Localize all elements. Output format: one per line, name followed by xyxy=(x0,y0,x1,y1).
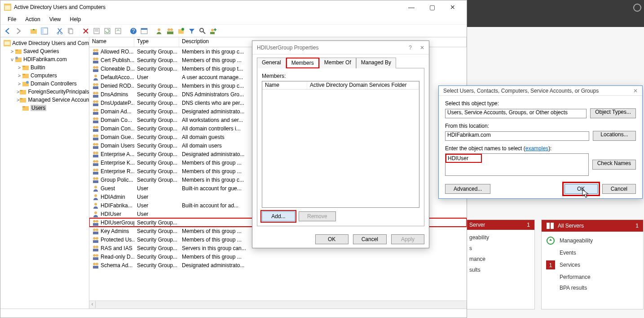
add-button[interactable]: Add... xyxy=(262,211,295,221)
tree-twisty-icon[interactable]: > xyxy=(9,49,15,54)
tree-label: Builtin xyxy=(31,64,45,71)
back-icon[interactable] xyxy=(3,27,12,36)
menu-help[interactable]: Help xyxy=(66,15,86,23)
svg-point-80 xyxy=(93,143,96,146)
tile-count: 1 xyxy=(527,222,530,228)
ok-button[interactable]: OK xyxy=(315,234,348,244)
list-row[interactable]: Read-only D...Security Group...Members o… xyxy=(89,252,467,261)
tree-item[interactable]: Active Directory Users and Com xyxy=(0,39,89,47)
tree-item[interactable]: >Domain Controllers xyxy=(0,80,89,88)
remove-button[interactable]: Remove xyxy=(299,211,336,221)
cancel-button[interactable]: Cancel xyxy=(602,184,636,194)
filter-icon[interactable] xyxy=(187,27,196,36)
refresh-icon[interactable] xyxy=(103,27,112,36)
help-button[interactable]: ? xyxy=(409,45,412,51)
svg-point-86 xyxy=(93,160,96,163)
tree-pane[interactable]: Active Directory Users and Com>Saved Que… xyxy=(0,37,89,309)
new-ou-icon[interactable] xyxy=(176,27,185,36)
export-icon[interactable] xyxy=(114,27,123,36)
check-names-button[interactable]: Check Names xyxy=(592,160,636,170)
tile-item[interactable]: geability xyxy=(469,234,530,241)
svg-rect-116 xyxy=(93,266,98,269)
locations-button[interactable]: Locations... xyxy=(593,131,636,141)
svg-point-84 xyxy=(96,152,98,154)
new-user-icon[interactable] xyxy=(155,27,164,36)
tab-member-of[interactable]: Member Of xyxy=(319,58,356,68)
svg-rect-40 xyxy=(22,74,25,75)
tab-members[interactable]: Members xyxy=(286,58,319,68)
servers-icon xyxy=(546,222,554,230)
tree-item[interactable]: Users xyxy=(0,104,89,112)
group-icon xyxy=(92,236,99,243)
row-type: Security Group... xyxy=(134,151,179,157)
member-col-folder[interactable]: Active Directory Domain Services Folder xyxy=(307,81,419,89)
tile-item[interactable]: 1Services xyxy=(546,260,639,269)
object-names-input[interactable]: HDIUser xyxy=(445,153,589,176)
dialog-titlebar[interactable]: Select Users, Contacts, Computers, Servi… xyxy=(439,86,642,96)
h-scrollbar[interactable]: ‹ xyxy=(89,300,467,309)
tree-item[interactable]: >ForeignSecurityPrincipals xyxy=(0,88,89,96)
svg-rect-54 xyxy=(93,61,98,63)
tree-twisty-icon[interactable]: > xyxy=(17,73,22,78)
tile-item[interactable]: sults xyxy=(469,267,530,273)
tab-general[interactable]: General xyxy=(257,58,286,68)
up-folder-icon[interactable] xyxy=(29,27,38,36)
minimize-button[interactable]: — xyxy=(401,1,422,13)
tile-item[interactable]: Performance xyxy=(546,274,639,280)
date-icon[interactable] xyxy=(140,27,149,36)
window-title: Active Directory Users and Computers xyxy=(14,4,106,10)
tile-item[interactable]: s xyxy=(469,245,530,251)
find-icon[interactable] xyxy=(198,27,207,36)
tab-managed-by[interactable]: Managed By xyxy=(356,58,396,68)
tree-twisty-icon[interactable]: v xyxy=(9,57,15,62)
menu-file[interactable]: File xyxy=(3,15,21,23)
copy-icon[interactable] xyxy=(66,27,75,36)
menu-action[interactable]: Action xyxy=(21,15,44,23)
close-button[interactable]: ✕ xyxy=(420,45,424,51)
cut-icon[interactable] xyxy=(55,27,64,36)
forward-icon[interactable] xyxy=(14,27,23,36)
tile-item[interactable]: Manageability xyxy=(546,236,639,245)
examples-link[interactable]: examples xyxy=(525,145,548,152)
advanced-button[interactable]: Advanced... xyxy=(445,184,490,194)
add-to-group-icon[interactable] xyxy=(209,27,218,36)
group-icon xyxy=(92,151,99,158)
col-type[interactable]: Type xyxy=(134,37,179,47)
tile-item[interactable]: Events xyxy=(546,250,639,256)
tree-item[interactable]: >Builtin xyxy=(0,63,89,72)
tree-twisty-icon[interactable]: > xyxy=(17,65,22,70)
properties-icon[interactable] xyxy=(92,27,101,36)
toolbar: ? xyxy=(0,25,467,37)
tile-item[interactable]: BPA results xyxy=(546,285,639,291)
show-hide-tree-icon[interactable] xyxy=(40,27,49,36)
object-types-button[interactable]: Object Types... xyxy=(590,108,636,118)
maximize-button[interactable]: ▢ xyxy=(422,1,442,13)
titlebar[interactable]: Active Directory Users and Computers — ▢… xyxy=(0,0,467,14)
member-col-name[interactable]: Name xyxy=(262,81,307,89)
close-button[interactable]: ✕ xyxy=(442,1,463,13)
tree-item[interactable]: >Managed Service Accoun xyxy=(0,96,89,104)
dialog-titlebar[interactable]: HDIUserGroup Properties ? ✕ xyxy=(252,41,429,54)
new-group-icon[interactable] xyxy=(166,27,175,36)
row-type: User xyxy=(134,211,179,217)
ok-button[interactable]: OK xyxy=(565,184,598,194)
svg-point-60 xyxy=(96,83,98,86)
apply-button[interactable]: Apply xyxy=(391,234,424,244)
svg-rect-7 xyxy=(41,28,44,34)
cancel-button[interactable]: Cancel xyxy=(353,234,387,244)
object-type-label: Select this object type: xyxy=(445,100,636,107)
tile-title: All Servers xyxy=(558,223,584,229)
row-name: Schema Ad... xyxy=(101,262,132,269)
tree-twisty-icon[interactable]: > xyxy=(17,81,22,86)
tile-item[interactable]: mance xyxy=(469,256,530,262)
menu-view[interactable]: View xyxy=(45,15,66,23)
tree-item[interactable]: >Computers xyxy=(0,72,89,80)
col-name[interactable]: Name xyxy=(89,37,134,47)
list-row[interactable]: Schema Ad...Security Group...Designated … xyxy=(89,261,467,269)
close-button[interactable]: ✕ xyxy=(633,88,638,94)
help-icon[interactable]: ? xyxy=(129,27,138,36)
delete-icon[interactable] xyxy=(81,27,90,36)
tree-item[interactable]: >Saved Queries xyxy=(0,47,89,55)
tree-item[interactable]: vHDIFabrikam.com xyxy=(0,55,89,63)
members-list[interactable]: Name Active Directory Domain Services Fo… xyxy=(262,81,419,208)
